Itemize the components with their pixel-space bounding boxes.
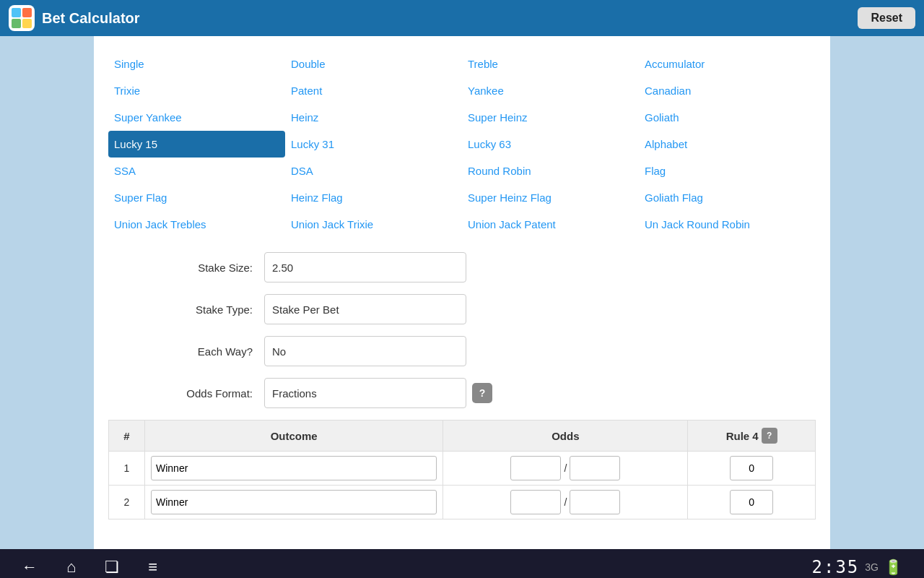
bet-type-accumulator[interactable]: Accumulator	[639, 51, 816, 77]
rule4-input-2[interactable]	[730, 490, 773, 514]
bet-type-round-robin[interactable]: Round Robin	[462, 158, 639, 184]
top-bar-left: Bet Calculator	[9, 5, 140, 31]
top-bar: Bet Calculator Reset	[0, 0, 924, 36]
outcome-input-1[interactable]	[151, 456, 437, 480]
svg-rect-0	[12, 8, 21, 17]
bet-type-heinz-flag[interactable]: Heinz Flag	[285, 184, 462, 211]
home-icon[interactable]: ⌂	[66, 558, 76, 577]
status-right: 2:35 3G 🔋	[812, 557, 902, 577]
bet-type-treble[interactable]: Treble	[462, 51, 639, 77]
stake-type-row: Stake Type:	[137, 294, 787, 324]
row-rule4-1	[688, 452, 816, 486]
bet-type-goliath[interactable]: Goliath	[639, 104, 816, 131]
odds-b-input-1[interactable]	[570, 456, 620, 480]
bet-type-goliath-flag[interactable]: Goliath Flag	[639, 184, 816, 211]
bet-type-union-jack-patent[interactable]: Union Jack Patent	[462, 211, 639, 238]
each-way-input[interactable]	[264, 336, 466, 366]
bottom-nav: ← ⌂ ❏ ≡	[22, 558, 157, 577]
bet-type-lucky31[interactable]: Lucky 31	[285, 131, 462, 158]
col-outcome-header: Outcome	[145, 420, 443, 452]
reset-button[interactable]: Reset	[858, 7, 915, 29]
each-way-row: Each Way?	[137, 336, 787, 366]
stake-size-row: Stake Size:	[137, 252, 787, 282]
odds-format-row: Odds Format: ?	[137, 378, 787, 408]
bet-type-double[interactable]: Double	[285, 51, 462, 77]
back-icon[interactable]: ←	[22, 558, 38, 577]
col-odds-header: Odds	[443, 420, 688, 452]
main-area: SingleDoubleTrebleAccumulatorTrixiePaten…	[0, 36, 924, 549]
rule4-help-button[interactable]: ?	[762, 428, 777, 444]
rule4-input-1[interactable]	[730, 456, 773, 480]
time-display: 2:35	[812, 557, 860, 577]
bet-type-flag[interactable]: Flag	[639, 158, 816, 184]
left-spacer	[0, 36, 94, 549]
row-num-2: 2	[109, 486, 145, 519]
table-row: 1 /	[109, 452, 816, 486]
content-panel: SingleDoubleTrebleAccumulatorTrixiePaten…	[94, 36, 830, 549]
odds-format-help-button[interactable]: ?	[472, 383, 492, 403]
row-odds-1: /	[443, 452, 688, 486]
bet-type-union-jack-trixie[interactable]: Union Jack Trixie	[285, 211, 462, 238]
col-num-header: #	[109, 420, 145, 452]
bet-type-super-yankee[interactable]: Super Yankee	[108, 104, 285, 131]
bottom-bar: ← ⌂ ❏ ≡ 2:35 3G 🔋	[0, 549, 924, 578]
bet-type-super-heinz[interactable]: Super Heinz	[462, 104, 639, 131]
row-num-1: 1	[109, 452, 145, 486]
form-section: Stake Size: Stake Type: Each Way? Odds F…	[108, 252, 816, 408]
bet-type-yankee[interactable]: Yankee	[462, 77, 639, 104]
app-title: Bet Calculator	[42, 10, 140, 27]
bet-type-alphabet[interactable]: Alphabet	[639, 131, 816, 158]
stake-type-label: Stake Type:	[137, 303, 253, 316]
bet-type-trixie[interactable]: Trixie	[108, 77, 285, 104]
rule4-header-content: Rule 4 ?	[726, 428, 777, 444]
bet-type-canadian[interactable]: Canadian	[639, 77, 816, 104]
stake-size-input[interactable]	[264, 252, 466, 282]
odds-a-input-2[interactable]	[510, 490, 561, 514]
bet-type-single[interactable]: Single	[108, 51, 285, 77]
bet-type-lucky15[interactable]: Lucky 15	[108, 131, 285, 158]
row-rule4-2	[688, 486, 816, 519]
each-way-label: Each Way?	[137, 345, 253, 358]
bet-type-grid: SingleDoubleTrebleAccumulatorTrixiePaten…	[108, 51, 816, 238]
app-icon	[9, 5, 35, 31]
menu-icon[interactable]: ≡	[148, 558, 157, 577]
bet-type-heinz[interactable]: Heinz	[285, 104, 462, 131]
stake-size-label: Stake Size:	[137, 262, 253, 274]
odds-format-input[interactable]	[264, 378, 466, 408]
bet-type-dsa[interactable]: DSA	[285, 158, 462, 184]
bet-type-lucky63[interactable]: Lucky 63	[462, 131, 639, 158]
bet-type-super-flag[interactable]: Super Flag	[108, 184, 285, 211]
odds-a-input-1[interactable]	[510, 456, 561, 480]
bet-type-ssa[interactable]: SSA	[108, 158, 285, 184]
svg-rect-3	[22, 19, 32, 28]
stake-type-input[interactable]	[264, 294, 466, 324]
row-outcome-2	[145, 486, 443, 519]
bet-type-un-jack-round-robin[interactable]: Un Jack Round Robin	[639, 211, 816, 238]
odds-b-input-2[interactable]	[570, 490, 620, 514]
row-odds-2: /	[443, 486, 688, 519]
battery-icon: 🔋	[884, 558, 902, 576]
odds-format-label: Odds Format:	[137, 387, 253, 400]
svg-rect-1	[22, 8, 32, 17]
row-outcome-1	[145, 452, 443, 486]
bet-type-union-jack-trebles[interactable]: Union Jack Trebles	[108, 211, 285, 238]
windows-icon[interactable]: ❏	[105, 558, 119, 577]
outcome-table: # Outcome Odds Rule 4 ? 1	[108, 420, 816, 519]
outcome-input-2[interactable]	[151, 490, 437, 514]
signal-icon: 3G	[865, 561, 879, 573]
table-row: 2 /	[109, 486, 816, 519]
svg-rect-2	[12, 19, 21, 28]
right-spacer	[830, 36, 924, 549]
bet-type-patent[interactable]: Patent	[285, 77, 462, 104]
col-rule4-header: Rule 4 ?	[688, 420, 816, 452]
bet-type-super-heinz-flag[interactable]: Super Heinz Flag	[462, 184, 639, 211]
